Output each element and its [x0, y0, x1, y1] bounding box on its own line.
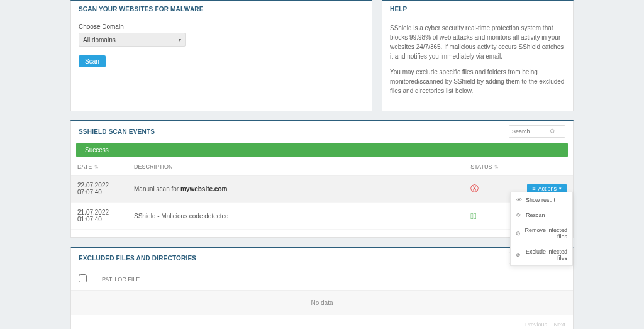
select-all-checkbox[interactable] [79, 274, 87, 282]
scan-button[interactable]: Scan [79, 55, 106, 67]
eye-icon: 👁 [516, 197, 522, 203]
col-desc[interactable]: DESCRIPTION [134, 164, 173, 170]
sort-icon: ⇅ [492, 164, 499, 170]
dropdown-rescan[interactable]: ⟳ Rescan [511, 208, 572, 223]
svg-point-0 [550, 129, 554, 133]
refresh-icon: ⟳ [516, 212, 522, 218]
remove-icon: ⊘ [516, 230, 521, 237]
status-ok-icon: ✓⃝ [470, 211, 477, 221]
search-icon [550, 128, 556, 135]
sort-icon: ⇅ [92, 164, 99, 170]
scan-panel: SCAN YOUR WEBSITES FOR MALWARE Choose Do… [70, 0, 372, 111]
col-status[interactable]: STATUS [470, 164, 492, 170]
prev-page[interactable]: Previous [525, 321, 547, 328]
dropdown-exclude[interactable]: ⊗ Exclude infected files [511, 244, 572, 265]
events-search[interactable] [509, 125, 565, 138]
cell-date: 22.07.2022 07:07:40 [71, 176, 128, 203]
next-page[interactable]: Next [553, 321, 565, 328]
col-actions-placeholder: ⋮ [552, 268, 573, 291]
scan-events-panel: SSHIELD SCAN EVENTS Success DATE⇅ DESCRI… [70, 120, 574, 238]
nodata-text: No data [71, 291, 573, 315]
svg-line-1 [553, 132, 555, 134]
col-path[interactable]: PATH OR FILE [102, 276, 140, 282]
help-panel-title: HELP [382, 1, 573, 17]
list-icon: ≡ [532, 186, 535, 192]
events-table: DATE⇅ DESCRIPTION STATUS⇅ 22.07.2022 07:… [71, 159, 573, 230]
status-fail-icon: ⓧ [470, 184, 479, 193]
table-row: 22.07.2022 07:07:40 Manual scan for mywe… [71, 176, 573, 203]
events-search-input[interactable] [512, 128, 550, 135]
scan-panel-title: SCAN YOUR WEBSITES FOR MALWARE [71, 1, 372, 17]
table-row: 21.07.2022 01:07:40 SShield - Malicious … [71, 203, 573, 230]
caret-down-icon: ▾ [559, 186, 562, 191]
excluded-table: PATH OR FILE ⋮ [71, 268, 573, 291]
pagination: Previous Next [71, 315, 573, 329]
excluded-panel: EXCLUDED FILES AND DIRECTORIES PATH OR F… [70, 247, 574, 329]
dropdown-remove[interactable]: ⊘ Remove infected files [511, 223, 572, 244]
col-date[interactable]: DATE [77, 164, 92, 170]
dropdown-show-result[interactable]: 👁 Show result [511, 192, 572, 208]
cell-desc: Manual scan for mywebsite.com [128, 176, 464, 203]
help-text-2: You may exclude specific files and folde… [390, 67, 565, 96]
actions-dropdown: 👁 Show result ⟳ Rescan ⊘ Remove infected… [510, 192, 573, 266]
cell-date: 21.07.2022 01:07:40 [71, 203, 128, 230]
choose-domain-label: Choose Domain [79, 23, 364, 30]
success-banner: Success [76, 143, 568, 157]
help-text-1: SShield is a cyber security real-time pr… [390, 23, 565, 61]
domain-select[interactable]: All domains ▾ [79, 33, 186, 47]
exclude-icon: ⊗ [516, 252, 521, 258]
domain-select-value: All domains [83, 36, 116, 43]
excluded-title: EXCLUDED FILES AND DIRECTORIES [79, 255, 196, 262]
cell-desc: SShield - Malicious code detected [128, 203, 464, 230]
help-panel: HELP SShield is a cyber security real-ti… [382, 0, 574, 111]
events-title: SSHIELD SCAN EVENTS [79, 128, 155, 135]
caret-down-icon: ▾ [179, 37, 181, 43]
